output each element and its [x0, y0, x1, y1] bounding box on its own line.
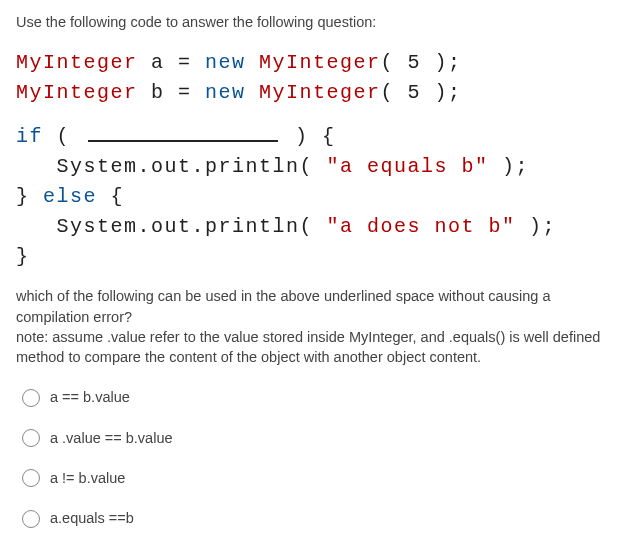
radio-icon[interactable] [22, 389, 40, 407]
question-followup: which of the following can be used in th… [16, 286, 611, 367]
code-token: else [43, 185, 97, 208]
option-4[interactable]: a.equals ==b [22, 508, 611, 528]
code-token: ) { [282, 125, 336, 148]
code-token: MyInteger [16, 51, 138, 74]
option-3[interactable]: a != b.value [22, 468, 611, 488]
code-token: b = [138, 81, 206, 104]
code-token: a = [138, 51, 206, 74]
option-label: a.equals ==b [50, 508, 134, 528]
option-label: a .value == b.value [50, 428, 173, 448]
code-token: ( 5 ); [381, 81, 462, 104]
question-intro: Use the following code to answer the fol… [16, 12, 611, 32]
code-token: MyInteger [259, 81, 381, 104]
option-1[interactable]: a == b.value [22, 387, 611, 407]
code-token: MyInteger [259, 51, 381, 74]
code-token: ); [489, 155, 530, 178]
code-block: MyInteger a = new MyInteger( 5 ); MyInte… [16, 48, 611, 108]
code-token: } [16, 185, 43, 208]
code-token: "a does not b" [327, 215, 516, 238]
options-list: a == b.value a .value == b.value a != b.… [16, 387, 611, 528]
code-token: System.out.println( [16, 215, 327, 238]
fill-in-blank [88, 122, 278, 142]
code-block-if: if ( ) { System.out.println( "a equals b… [16, 122, 611, 272]
option-label: a != b.value [50, 468, 125, 488]
code-token: "a equals b" [327, 155, 489, 178]
code-token: ( 5 ); [381, 51, 462, 74]
code-token: ); [516, 215, 557, 238]
code-token: } [16, 245, 30, 268]
radio-icon[interactable] [22, 510, 40, 528]
code-token: ( [43, 125, 84, 148]
code-token: { [97, 185, 124, 208]
option-label: a == b.value [50, 387, 130, 407]
radio-icon[interactable] [22, 429, 40, 447]
code-token: new [205, 81, 259, 104]
code-token: MyInteger [16, 81, 138, 104]
code-token: if [16, 125, 43, 148]
radio-icon[interactable] [22, 469, 40, 487]
code-token: new [205, 51, 259, 74]
code-token: System.out.println( [16, 155, 327, 178]
option-2[interactable]: a .value == b.value [22, 428, 611, 448]
